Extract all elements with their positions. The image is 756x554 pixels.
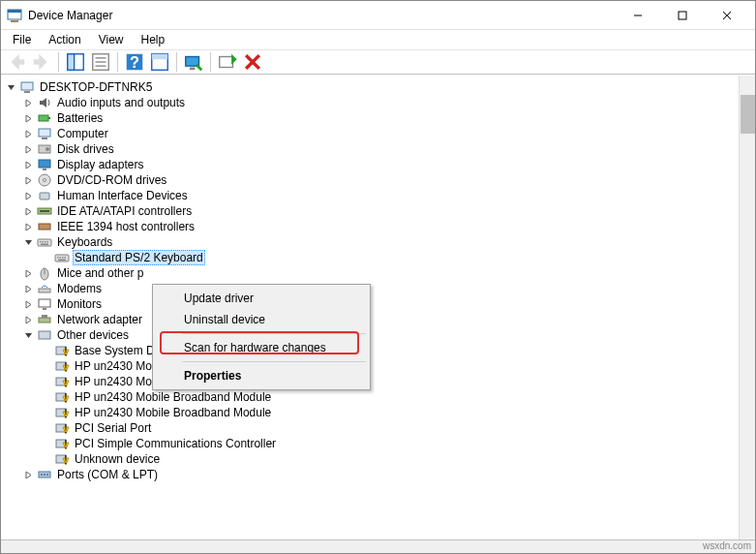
svg-text:?: ? <box>130 53 139 71</box>
tree-category[interactable]: Ports (COM & LPT) <box>1 467 739 482</box>
svg-rect-47 <box>62 257 64 259</box>
expander-icon[interactable] <box>22 97 34 108</box>
node-label: Ports (COM & LPT) <box>55 468 160 481</box>
device-icon: ! <box>54 451 70 467</box>
node-label: DESKTOP-DFTNRK5 <box>38 80 154 94</box>
svg-rect-36 <box>40 210 49 212</box>
svg-rect-26 <box>39 129 50 137</box>
scrollbar-thumb[interactable] <box>741 95 755 134</box>
node-label: Batteries <box>55 111 105 125</box>
expander-spacer <box>40 407 51 418</box>
tree-category[interactable]: Disk drives <box>1 141 739 157</box>
expander-icon[interactable] <box>22 469 34 480</box>
expander-icon[interactable] <box>22 267 34 279</box>
tree-category[interactable]: Mice and other p <box>1 265 739 281</box>
tree-category[interactable]: Batteries <box>1 110 739 126</box>
action-toolbar-button[interactable] <box>148 51 171 73</box>
category-icon <box>37 296 52 312</box>
svg-rect-48 <box>65 257 67 259</box>
expander-icon[interactable] <box>22 221 34 232</box>
svg-rect-19 <box>220 57 233 68</box>
menu-help[interactable]: Help <box>134 32 173 47</box>
back-button[interactable] <box>5 51 28 73</box>
expander-icon[interactable] <box>22 190 34 201</box>
menu-action[interactable]: Action <box>41 32 88 47</box>
tree-category[interactable]: Computer <box>1 126 739 141</box>
svg-rect-41 <box>45 241 46 243</box>
vertical-scrollbar[interactable] <box>739 76 755 539</box>
expander-icon[interactable] <box>22 236 34 248</box>
ctx-separator <box>182 333 366 334</box>
minimize-button[interactable] <box>616 1 660 30</box>
svg-rect-45 <box>57 257 59 259</box>
expander-spacer <box>40 438 51 449</box>
help-button[interactable]: ? <box>123 51 146 73</box>
svg-rect-39 <box>40 241 42 243</box>
expander-icon[interactable] <box>22 159 34 170</box>
svg-text:!: ! <box>64 438 67 451</box>
svg-text:!: ! <box>64 453 67 467</box>
expander-spacer <box>40 360 51 372</box>
properties-button[interactable] <box>89 51 112 73</box>
tree-device[interactable]: Standard PS/2 Keyboard <box>1 250 739 265</box>
tree-device[interactable]: !HP un2430 Mobile Broadband Module <box>1 405 739 420</box>
ctx-scan-hardware[interactable]: Scan for hardware changes <box>155 337 368 358</box>
expander-icon[interactable] <box>5 81 16 93</box>
maximize-button[interactable] <box>660 1 705 30</box>
expander-icon[interactable] <box>22 329 34 341</box>
category-icon <box>37 172 52 188</box>
category-icon <box>37 157 52 172</box>
expander-icon[interactable] <box>22 298 34 310</box>
forward-button[interactable] <box>30 51 53 73</box>
svg-text:!: ! <box>64 345 67 358</box>
expander-icon[interactable] <box>22 314 34 325</box>
ctx-properties[interactable]: Properties <box>155 365 368 386</box>
expander-icon[interactable] <box>22 205 34 217</box>
window-title: Device Manager <box>28 9 616 22</box>
svg-rect-52 <box>39 289 50 292</box>
expander-icon[interactable] <box>22 128 34 139</box>
svg-rect-54 <box>43 308 46 310</box>
expander-icon[interactable] <box>22 283 34 294</box>
category-icon <box>37 467 52 482</box>
tree-category[interactable]: DVD/CD-ROM drives <box>1 172 739 188</box>
svg-rect-53 <box>39 299 50 307</box>
tree-category[interactable]: IEEE 1394 host controllers <box>1 219 739 234</box>
ctx-update-driver[interactable]: Update driver <box>155 288 368 309</box>
tree-category[interactable]: Human Interface Devices <box>1 188 739 203</box>
tree-root[interactable]: DESKTOP-DFTNRK5 <box>1 79 739 95</box>
category-icon <box>37 327 52 343</box>
menu-file[interactable]: File <box>5 32 39 47</box>
expander-icon[interactable] <box>22 174 34 186</box>
expander-spacer <box>40 252 51 263</box>
uninstall-button[interactable] <box>241 51 264 73</box>
computer-icon <box>19 79 35 95</box>
device-manager-window: Device Manager File Action View Help ? D… <box>0 0 756 554</box>
tree-category[interactable]: Keyboards <box>1 234 739 250</box>
tree-device[interactable]: !PCI Simple Communications Controller <box>1 436 739 451</box>
tree-category[interactable]: IDE ATA/ATAPI controllers <box>1 203 739 219</box>
svg-point-77 <box>46 474 48 476</box>
ctx-uninstall-device[interactable]: Uninstall device <box>155 309 368 330</box>
tree-category[interactable]: Display adapters <box>1 157 739 172</box>
tree-device[interactable]: !Unknown device <box>1 451 739 467</box>
close-button[interactable] <box>705 1 749 30</box>
node-label: DVD/CD-ROM drives <box>55 173 168 187</box>
expander-spacer <box>40 453 51 465</box>
update-driver-button[interactable] <box>216 51 239 73</box>
tree-category[interactable]: Audio inputs and outputs <box>1 95 739 110</box>
node-label: IEEE 1394 host controllers <box>55 220 197 233</box>
svg-rect-24 <box>39 115 48 121</box>
context-menu: Update driver Uninstall device Scan for … <box>152 284 371 390</box>
expander-spacer <box>40 345 51 356</box>
toolbar-separator <box>210 52 211 72</box>
tree-device[interactable]: !HP un2430 Mobile Broadband Module <box>1 389 739 405</box>
expander-icon[interactable] <box>22 112 34 124</box>
svg-rect-30 <box>39 160 50 168</box>
svg-rect-27 <box>42 138 47 139</box>
expander-icon[interactable] <box>22 143 34 155</box>
scan-hardware-button[interactable] <box>182 51 205 73</box>
show-hide-tree-button[interactable] <box>64 51 87 73</box>
tree-device[interactable]: !PCI Serial Port <box>1 420 739 436</box>
menu-view[interactable]: View <box>91 32 132 47</box>
